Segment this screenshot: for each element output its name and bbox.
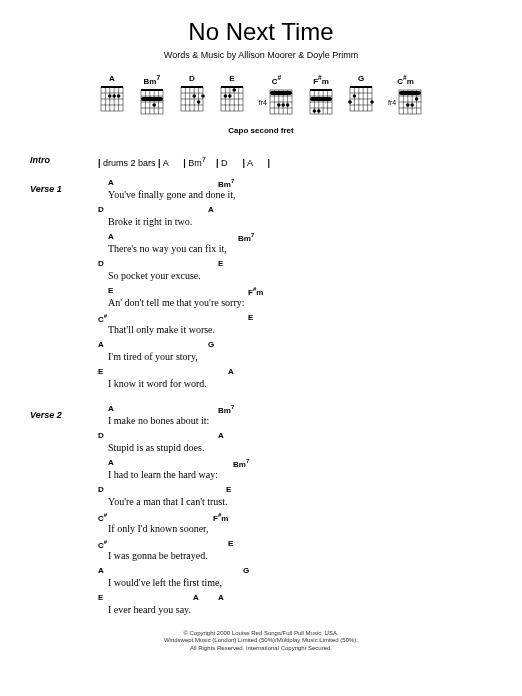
svg-rect-56 xyxy=(270,91,292,95)
chord-symbol: E xyxy=(248,313,253,322)
lyric-text: An' don't tell me that you're sorry: xyxy=(108,297,245,308)
copyright-block: © Copyright 2000 Louise Red Songs/Full P… xyxy=(30,630,492,653)
chord-symbol: D xyxy=(98,205,104,214)
svg-rect-69 xyxy=(310,97,332,101)
svg-point-95 xyxy=(411,103,415,107)
lyric-line: AGI would've left the first time, xyxy=(98,566,492,590)
chord-symbol: Bm7 xyxy=(233,458,249,469)
chord-diagram-csharp: C# fr4 xyxy=(259,74,294,118)
fretboard-icon xyxy=(397,88,423,118)
svg-point-47 xyxy=(228,94,232,98)
chord-diagram-fsharpm: F#m xyxy=(308,74,334,118)
chord-symbol: Bm7 xyxy=(218,404,234,415)
svg-point-11 xyxy=(117,94,121,98)
section-label: Intro xyxy=(30,149,98,168)
fretboard-icon xyxy=(308,88,334,118)
lyric-text: Stupid is as stupid does. xyxy=(108,442,204,453)
lyric-line: DAStupid is as stupid does. xyxy=(98,431,492,455)
lyric-text: Broke it right in two. xyxy=(108,216,192,227)
lyric-line: DABroke it right in two. xyxy=(98,205,492,229)
chord-symbol: A xyxy=(108,232,114,241)
chord-symbol: E xyxy=(98,367,103,376)
svg-point-94 xyxy=(406,103,410,107)
chord-symbol: A xyxy=(228,367,234,376)
lyric-line: C#EThat'll only make it worse. xyxy=(98,313,492,337)
svg-rect-92 xyxy=(399,91,421,95)
chord-symbol: A xyxy=(218,593,224,602)
svg-point-93 xyxy=(415,97,419,101)
lyric-text: That'll only make it worse. xyxy=(108,324,215,335)
chord-diagram-row: A Bm7 D E C# fr4 F#m G xyxy=(30,74,492,118)
lyric-line: EAAI ever heard you say. xyxy=(98,593,492,617)
svg-point-71 xyxy=(317,109,321,113)
fretboard-icon xyxy=(268,88,294,118)
chord-diagram-csharpm: C#m fr4 xyxy=(388,74,423,118)
capo-instruction: Capo second fret xyxy=(30,126,492,135)
svg-point-59 xyxy=(286,103,290,107)
chord-symbol: G xyxy=(243,566,249,575)
svg-point-81 xyxy=(353,94,357,98)
svg-point-83 xyxy=(370,100,374,104)
chord-symbol: C# xyxy=(98,313,107,324)
chord-symbol: Bm7 xyxy=(218,178,234,189)
svg-point-46 xyxy=(223,94,227,98)
copyright-line: All Rights Reserved. International Copyr… xyxy=(30,645,492,653)
section-label: Verse 2 xyxy=(30,404,98,620)
chord-symbol: E xyxy=(226,485,231,494)
svg-point-34 xyxy=(201,94,205,98)
svg-point-35 xyxy=(197,100,201,104)
lyric-text: I ever heard you say. xyxy=(108,604,191,615)
lyric-text: I was gonna be betrayed. xyxy=(108,550,208,561)
chord-diagram-g: G xyxy=(348,74,374,118)
chord-symbol: A xyxy=(193,593,199,602)
intro-bars: | drums 2 bars | A | Bm7 | D | A | xyxy=(98,149,492,168)
chord-symbol: A xyxy=(98,566,104,575)
chord-symbol: D xyxy=(98,259,104,268)
lyric-text: If only I'd known sooner, xyxy=(108,523,209,534)
svg-point-9 xyxy=(108,94,112,98)
chord-diagram-a: A xyxy=(99,74,125,118)
chord-symbol: F#m xyxy=(213,512,228,523)
svg-point-70 xyxy=(313,109,317,113)
lyric-text: So pocket your excuse. xyxy=(108,270,201,281)
chord-symbol: D xyxy=(98,431,104,440)
lyric-line: EF#mAn' don't tell me that you're sorry: xyxy=(98,286,492,310)
lyric-line: ABm7You've finally gone and done it, xyxy=(98,178,492,202)
lyric-text: I make no bones about it: xyxy=(108,415,209,426)
chord-symbol: E xyxy=(108,286,113,295)
lyric-line: C#F#mIf only I'd known sooner, xyxy=(98,512,492,536)
lyric-text: There's no way you can fix it, xyxy=(108,243,227,254)
lyric-text: I know it word for word. xyxy=(108,378,207,389)
sheet-page: No Next Time Words & Music by Allison Mo… xyxy=(0,0,522,661)
lyric-line: EAI know it word for word. xyxy=(98,367,492,391)
chord-symbol: A xyxy=(108,404,114,413)
chord-symbol: E xyxy=(218,259,223,268)
chord-symbol: E xyxy=(98,593,103,602)
lyric-line: DEYou're a man that I can't trust. xyxy=(98,485,492,509)
chord-symbol: A xyxy=(108,178,114,187)
section-label: Verse 1 xyxy=(30,178,98,394)
chord-symbol: F#m xyxy=(248,286,263,297)
chord-symbol: D xyxy=(98,485,104,494)
svg-point-82 xyxy=(348,100,352,104)
chord-symbol: E xyxy=(228,539,233,548)
section-verse2: Verse 2 ABm7I make no bones about it:DAS… xyxy=(30,404,492,620)
fretboard-icon xyxy=(179,85,205,115)
song-title: No Next Time xyxy=(30,18,492,46)
svg-point-10 xyxy=(112,94,116,98)
chord-symbol: A xyxy=(98,340,104,349)
fretboard-icon xyxy=(139,88,165,118)
lyric-text: You're a man that I can't trust. xyxy=(108,496,228,507)
lyric-text: I'm tired of your story, xyxy=(108,351,198,362)
chord-symbol: A xyxy=(208,205,214,214)
chord-symbol: A xyxy=(108,458,114,467)
lyric-line: C#EI was gonna be betrayed. xyxy=(98,539,492,563)
svg-point-22 xyxy=(157,97,161,101)
svg-point-58 xyxy=(281,103,285,107)
verse1-body: ABm7You've finally gone and done it,DABr… xyxy=(98,178,492,394)
verse2-body: ABm7I make no bones about it:DAStupid is… xyxy=(98,404,492,620)
chord-symbol: Bm7 xyxy=(238,232,254,243)
lyric-line: ABm7I make no bones about it: xyxy=(98,404,492,428)
lyric-line: ABm7I had to learn the hard way: xyxy=(98,458,492,482)
chord-symbol: G xyxy=(208,340,214,349)
